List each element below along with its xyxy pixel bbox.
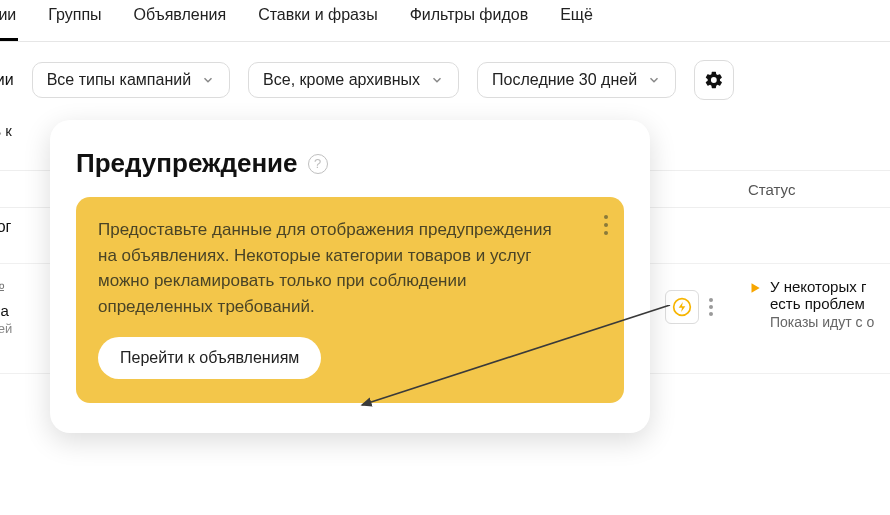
svg-marker-3 <box>752 283 760 292</box>
row-num-indicator: № <box>0 278 12 294</box>
status-subline: Показы идут с о <box>770 314 874 330</box>
chevron-down-icon <box>647 73 661 87</box>
filter-date-range-label: Последние 30 дней <box>492 71 637 89</box>
tab-more[interactable]: Ещё <box>558 6 595 41</box>
warning-card: Предоставьте данные для отображения пред… <box>76 197 624 403</box>
filter-campaign-types[interactable]: Все типы кампаний <box>32 62 230 98</box>
add-campaign-button[interactable]: вить к <box>0 122 12 139</box>
settings-button[interactable] <box>694 60 734 100</box>
help-icon[interactable]: ? <box>308 154 328 174</box>
bolt-icon <box>672 297 692 317</box>
filter-campaign-types-label: Все типы кампаний <box>47 71 191 89</box>
filter-archive[interactable]: Все, кроме архивных <box>248 62 459 98</box>
filter-versions[interactable]: ерсии <box>0 71 14 89</box>
warning-card-menu[interactable] <box>604 215 608 235</box>
gear-icon <box>704 70 724 90</box>
col-header-num: № <box>0 181 34 198</box>
filter-archive-label: Все, кроме архивных <box>263 71 420 89</box>
campaign-title[interactable]: Испа <box>0 302 12 319</box>
tab-bids[interactable]: Ставки и фразы <box>256 6 379 41</box>
status-line: есть проблем <box>770 295 874 312</box>
warning-popover: Предупреждение ? Предоставьте данные для… <box>50 120 650 433</box>
warning-body: Предоставьте данные для отображения пред… <box>98 217 568 319</box>
recommendation-badge-group <box>665 290 717 324</box>
totals-row-label: Итог <box>0 218 34 236</box>
tab-feed-filters[interactable]: Фильтры фидов <box>408 6 531 41</box>
status-line: У некоторых г <box>770 278 874 295</box>
filter-date-range[interactable]: Последние 30 дней <box>477 62 676 98</box>
recommendation-badge[interactable] <box>665 290 699 324</box>
row-menu-button[interactable] <box>705 294 717 320</box>
chevron-down-icon <box>430 73 444 87</box>
col-header-status: Статус <box>748 181 795 198</box>
tab-groups[interactable]: Группы <box>46 6 103 41</box>
main-tabs: пании Группы Объявления Ставки и фразы Ф… <box>0 0 890 42</box>
popover-title: Предупреждение <box>76 148 298 179</box>
filter-versions-label: ерсии <box>0 71 14 88</box>
chevron-down-icon <box>201 73 215 87</box>
go-to-ads-button[interactable]: Перейти к объявлениям <box>98 337 321 379</box>
filter-bar: ерсии Все типы кампаний Все, кроме архив… <box>0 42 890 114</box>
tab-campaigns[interactable]: пании <box>0 6 18 41</box>
tab-ads[interactable]: Объявления <box>132 6 229 41</box>
campaign-sublink[interactable]: Перей <box>0 321 12 336</box>
play-icon <box>748 281 762 295</box>
